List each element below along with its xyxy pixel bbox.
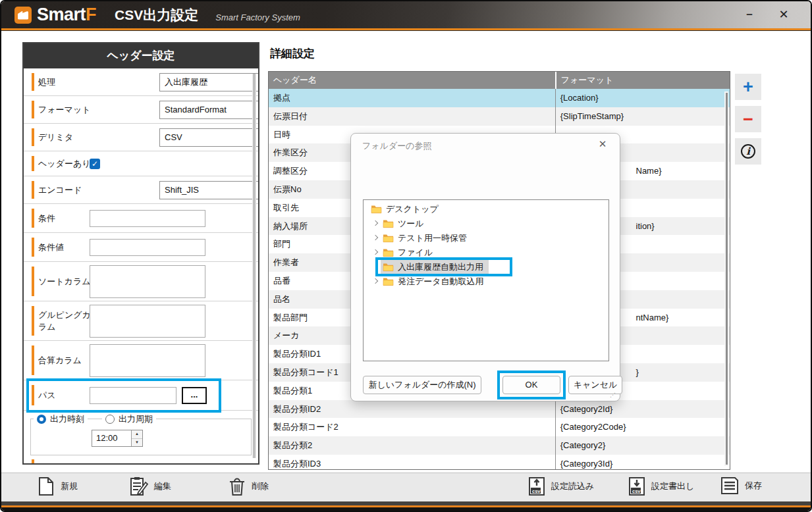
field-accent-bar [32, 73, 34, 91]
cell-format: {Category2Id} [555, 400, 730, 419]
table-row[interactable]: 製品分類2{Category2} [269, 436, 730, 455]
textarea-グルピングカラム[interactable] [90, 305, 205, 338]
table-row[interactable]: 製品分類コード2{Category2Code} [269, 418, 730, 436]
toolbar-button-保存[interactable]: 保存 [720, 476, 762, 495]
info-button[interactable]: i [735, 138, 761, 165]
textarea-合算カラム[interactable] [90, 344, 205, 377]
ok-button[interactable]: OK [502, 376, 560, 394]
tree-item-デスクトップ[interactable]: デスクトップ [364, 202, 609, 217]
textarea-ソートカラム[interactable] [90, 265, 205, 298]
cell-header-name: 拠点 [269, 89, 555, 107]
field-row-パス: パス... [24, 380, 258, 411]
input-条件値[interactable] [90, 239, 205, 256]
radio-option-出力周期[interactable]: 出力周期 [102, 413, 156, 425]
radio-label: 全数 [103, 463, 120, 465]
radio-option-更新[interactable]: 更新 [137, 463, 167, 465]
radio-selected-icon[interactable] [37, 415, 46, 424]
add-row-button[interactable]: + [735, 74, 761, 100]
browse-folder-dialog: フォルダーの参照 ✕ デスクトップツールテスト用一時保管ファイル入出庫履歴自動出… [350, 133, 620, 401]
table-row[interactable]: 製品分類ID2{Category2Id} [269, 400, 730, 419]
table-row[interactable]: 伝票日付{SlipTimeStamp} [269, 107, 730, 126]
dropdown-デリミタ[interactable]: CSV [159, 128, 259, 147]
column-header-name: ヘッダー名 [269, 72, 555, 89]
toolbar-button-編集[interactable]: 編集 [130, 476, 171, 496]
radio-label: 更新 [150, 463, 167, 465]
tree-item-label: ツール [398, 218, 424, 230]
radio-icon[interactable] [105, 415, 115, 424]
minimize-button[interactable]: – [741, 8, 758, 24]
tree-label-wrap[interactable]: ツール [381, 217, 429, 231]
toolbar-button-設定書出し[interactable]: csv設定書出し [628, 476, 694, 496]
tree-item-label: テスト用一時保管 [398, 232, 467, 244]
detail-settings-title: 詳細設定 [270, 46, 315, 61]
radio-label: 出力時刻 [50, 413, 84, 425]
time-value: 12:00 [96, 433, 118, 443]
tree-label-wrap[interactable]: 発注データ自動取込用 [381, 274, 489, 289]
radio-icon[interactable] [137, 464, 146, 465]
radio-option-出力時刻[interactable]: 出力時刻 [34, 413, 88, 425]
output-row: 出力 全数更新 [24, 455, 258, 465]
toolbar-label: 編集 [154, 480, 171, 492]
checkbox-ヘッダーあり[interactable]: ✓ [90, 159, 100, 169]
tree-item-ファイル[interactable]: ファイル [364, 245, 609, 260]
folder-icon [383, 263, 394, 272]
dropdown-value: StandardFormat [165, 105, 227, 115]
cell-format: {Category2Code} [555, 418, 730, 436]
toolbar-label: 新規 [61, 480, 78, 492]
column-header-format: フォーマット [555, 72, 730, 89]
svg-text:csv: csv [632, 488, 641, 494]
close-button[interactable]: ✕ [775, 7, 792, 23]
dialog-close-icon[interactable]: ✕ [596, 138, 609, 151]
tree-item-発注データ自動取込用[interactable]: 発注データ自動取込用 [364, 274, 609, 289]
left-panel-scrollbar[interactable] [252, 74, 256, 458]
csv-export-icon: csv [628, 476, 645, 496]
toolbar-button-削除[interactable]: 削除 [229, 476, 269, 496]
tree-label-wrap[interactable]: ファイル [381, 245, 438, 260]
app-subtitle: Smart Factory System [215, 7, 300, 22]
spin-up-icon[interactable]: ▲ [132, 430, 142, 439]
input-条件[interactable] [90, 210, 205, 227]
folder-icon [383, 248, 394, 257]
field-label: パス [38, 390, 94, 401]
page-title: CSV出力設定 [115, 6, 198, 24]
bottom-band [1, 501, 811, 512]
dropdown-フォーマット[interactable]: StandardFormat [159, 101, 259, 119]
new-folder-button[interactable]: 新しいフォルダーの作成(N) [363, 376, 481, 394]
resize-grip[interactable]: ⋰ [610, 392, 616, 398]
tree-selection[interactable]: 入出庫履歴自動出力用 [381, 260, 489, 274]
dropdown-value: CSV [165, 132, 182, 142]
field-accent-bar [32, 346, 34, 375]
browse-button[interactable]: ... [182, 387, 207, 404]
toolbar-button-新規[interactable]: 新規 [38, 476, 78, 496]
folder-tree: デスクトップツールテスト用一時保管ファイル入出庫履歴自動出力用発注データ自動取込… [363, 199, 609, 361]
table-row[interactable]: 製品分類ID3{Category3Id} [269, 455, 730, 470]
tree-label-wrap[interactable]: デスクトップ [369, 202, 444, 217]
dropdown-処理[interactable]: 入出庫履歴 [159, 73, 259, 91]
path-input[interactable] [90, 387, 176, 404]
toolbar-label: 設定書出し [651, 480, 694, 492]
tree-item-ツール[interactable]: ツール [364, 217, 609, 231]
table-header-row: ヘッダー名 フォーマット [269, 72, 730, 89]
toolbar-button-設定読込み[interactable]: csv設定読込み [528, 476, 594, 496]
radio-option-全数[interactable]: 全数 [90, 463, 120, 465]
new-document-icon [38, 476, 55, 496]
field-label: フォーマット [38, 104, 94, 116]
tree-item-テスト用一時保管[interactable]: テスト用一時保管 [364, 231, 609, 245]
radio-selected-icon[interactable] [90, 464, 99, 465]
dropdown-エンコード[interactable]: Shift_JIS [159, 181, 259, 199]
schedule-group: 出力時刻出力周期 12:00 ▲ ▼ [30, 419, 252, 455]
cell-header-name: 製品分類ID2 [269, 400, 555, 419]
cell-format: {Location} [555, 89, 730, 107]
table-row[interactable]: 拠点{Location} [269, 89, 730, 107]
dialog-title: フォルダーの参照 [362, 140, 432, 152]
table-scrollbar[interactable] [724, 91, 728, 466]
field-accent-bar [32, 128, 34, 146]
remove-row-button[interactable]: − [735, 106, 761, 132]
tree-label-wrap[interactable]: テスト用一時保管 [381, 231, 472, 245]
save-icon [720, 476, 739, 495]
cell-header-name: 製品分類ID3 [269, 455, 555, 470]
time-spinner[interactable]: 12:00 ▲ ▼ [92, 430, 143, 447]
tree-item-入出庫履歴自動出力用[interactable]: 入出庫履歴自動出力用 [364, 260, 609, 274]
field-label: 条件 [38, 213, 94, 224]
spin-down-icon[interactable]: ▼ [132, 439, 142, 447]
